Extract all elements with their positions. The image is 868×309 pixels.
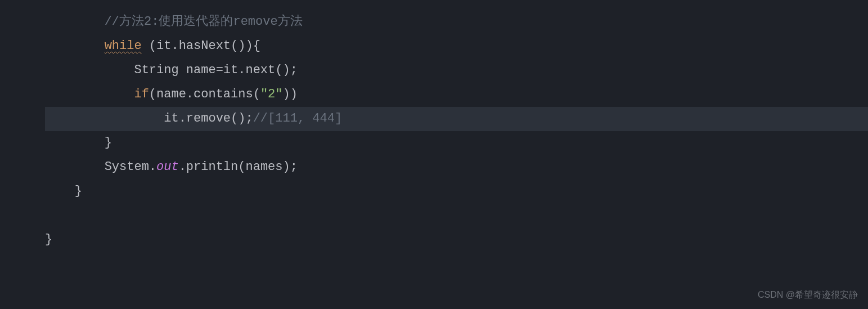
- code-token-brace: }: [45, 228, 52, 252]
- code-token-paren: )): [283, 83, 298, 107]
- code-line[interactable]: }: [45, 228, 868, 252]
- code-line[interactable]: [45, 204, 868, 228]
- watermark-text: CSDN @希望奇迹很安静: [758, 286, 858, 303]
- indent: [45, 180, 75, 204]
- editor-gutter: [0, 0, 45, 309]
- code-area[interactable]: //方法2:使用迭代器的remove方法 while (it.hasNext()…: [45, 0, 868, 309]
- code-token-paren: (name.contains(: [149, 83, 260, 107]
- indent: [45, 10, 105, 34]
- code-editor[interactable]: //方法2:使用迭代器的remove方法 while (it.hasNext()…: [0, 0, 868, 309]
- code-token-string: "2": [260, 83, 283, 107]
- code-line[interactable]: it.remove();//[111, 444]: [45, 107, 868, 131]
- code-token-comment: //[111, 444]: [253, 107, 342, 131]
- code-token-keyword: if: [134, 83, 149, 107]
- indent: [45, 107, 164, 131]
- code-line[interactable]: String name=it.next();: [45, 59, 868, 83]
- indent: [45, 34, 105, 59]
- code-token-paren: (it.hasNext()){: [142, 34, 260, 59]
- code-token-brace: }: [75, 180, 82, 204]
- indent: [45, 131, 105, 155]
- code-line[interactable]: if(name.contains("2")): [45, 83, 868, 107]
- indent: [45, 83, 134, 107]
- code-line[interactable]: //方法2:使用迭代器的remove方法: [45, 10, 868, 34]
- code-token-brace: }: [105, 131, 112, 155]
- code-line[interactable]: System.out.println(names);: [45, 155, 868, 180]
- code-line[interactable]: }: [45, 131, 868, 155]
- code-token-comment: //方法2:使用迭代器的remove方法: [105, 10, 303, 34]
- code-line[interactable]: }: [45, 180, 868, 204]
- code-token-keyword-while: while: [105, 34, 142, 59]
- code-token-italic-static: out: [156, 155, 179, 180]
- code-token-type: String name=it.next();: [134, 59, 297, 83]
- code-line[interactable]: while (it.hasNext()){: [45, 34, 868, 59]
- code-token-var: System.: [105, 155, 156, 180]
- indent: [45, 59, 134, 83]
- code-token-var: it.remove();: [164, 107, 253, 131]
- indent: [45, 155, 105, 180]
- code-token-var: .println(names);: [179, 155, 298, 180]
